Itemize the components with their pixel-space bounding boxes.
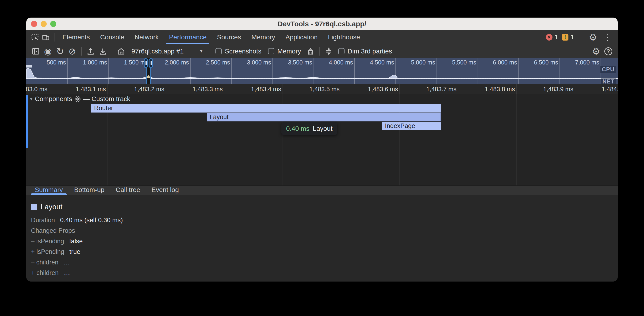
divider xyxy=(320,47,320,55)
capture-settings-gear-icon[interactable]: ⚙ xyxy=(591,46,602,57)
ruler-gridline xyxy=(166,84,166,94)
dim-3rd-parties-checkbox[interactable] xyxy=(338,48,344,54)
upload-profile-icon[interactable] xyxy=(85,46,96,57)
toggle-sidebar-icon[interactable] xyxy=(30,46,41,57)
details-tab[interactable]: Summary xyxy=(29,185,68,195)
panel-tab[interactable]: Performance xyxy=(164,30,212,44)
summary-title-row: Layout xyxy=(31,203,618,211)
traffic-lights xyxy=(31,21,56,27)
summary-row-label: – children xyxy=(31,259,58,266)
issue-count: 1 xyxy=(570,33,574,41)
screenshots-checkbox[interactable] xyxy=(216,48,222,54)
panel-tab[interactable]: Sources xyxy=(212,30,246,44)
ruler-gridline xyxy=(575,84,575,94)
flame-bar[interactable]: Router xyxy=(91,104,441,112)
ruler-tick-label: 1,483.1 ms xyxy=(50,84,106,94)
timeline-overview[interactable]: 500 ms1,000 ms1,500 ms2,000 ms2,500 ms3,… xyxy=(26,58,618,84)
zoom-window-button[interactable] xyxy=(50,21,56,27)
issues-badge[interactable]: ! 1 xyxy=(562,33,574,41)
divider xyxy=(112,47,112,55)
target-page-label: 97r6ql.csb.app #1 xyxy=(132,48,184,55)
summary-row-value: … xyxy=(64,259,70,266)
details-tab[interactable]: Call tree xyxy=(110,185,146,195)
inspect-element-icon[interactable] xyxy=(30,32,40,43)
flame-chart[interactable]: ▾ Components — Custom track RouterLayout… xyxy=(26,94,618,185)
panel-tab[interactable]: Memory xyxy=(246,30,280,44)
flame-bar[interactable]: IndexPage xyxy=(382,122,441,130)
tab-strip: Elements Console Network Performance Sou… xyxy=(57,30,365,44)
collect-garbage-icon[interactable] xyxy=(305,46,316,57)
react-atom-icon xyxy=(74,96,81,102)
selection-right-handle[interactable] xyxy=(148,58,153,68)
target-page-select[interactable]: 97r6ql.csb.app #1 ▼ xyxy=(128,48,206,55)
panel-tab[interactable]: Console xyxy=(95,30,130,44)
ruler-gridline xyxy=(400,84,400,94)
divider xyxy=(54,33,54,41)
flame-tooltip: 0.40 ms Layout xyxy=(282,122,337,135)
ruler-gridline xyxy=(107,84,108,94)
download-profile-icon[interactable] xyxy=(98,46,108,57)
error-icon: × xyxy=(546,34,552,40)
more-options-kebab-icon[interactable]: ⋮ xyxy=(602,32,613,43)
collapse-sections-icon[interactable] xyxy=(324,46,334,57)
net-lane-divider xyxy=(26,78,618,79)
summary-row-label: + children xyxy=(31,269,59,277)
ruler-tick-label: 1,483.4 ms xyxy=(225,84,281,94)
title-bar: DevTools - 97r6ql.csb.app/ xyxy=(26,17,618,30)
close-window-button[interactable] xyxy=(31,21,37,27)
help-icon[interactable]: ? xyxy=(603,46,614,57)
ruler-gridline xyxy=(49,84,49,94)
toggle-device-toolbar-icon[interactable] xyxy=(40,32,51,43)
selection-left-line xyxy=(146,65,147,84)
details-tab-bar: Summary Bottom-up Call tree Event log xyxy=(26,185,618,195)
summary-row-label: – isPending xyxy=(31,238,64,245)
ruler-gridline xyxy=(282,84,283,94)
dim-3rd-parties-checkbox-item[interactable]: Dim 3rd parties xyxy=(338,48,392,55)
flame-bar[interactable]: Layout xyxy=(207,113,441,121)
summary-row: Changed Props xyxy=(31,226,618,236)
summary-row: + isPending true xyxy=(31,247,618,257)
summary-row: Duration 0.40 ms (self 0.30 ms) xyxy=(31,215,618,226)
ruler-tick-label: 1,483.7 ms xyxy=(400,84,456,94)
memory-checkbox[interactable] xyxy=(268,48,274,54)
components-track-header[interactable]: ▾ Components — Custom track xyxy=(30,94,130,103)
panel-tab[interactable]: Elements xyxy=(57,30,95,44)
home-icon[interactable] xyxy=(116,46,126,57)
details-tab[interactable]: Bottom-up xyxy=(68,185,110,195)
reload-and-record-icon[interactable]: ↻ xyxy=(55,46,66,57)
record-icon[interactable]: ◉ xyxy=(42,46,53,57)
ruler-tick-label: 1,483.3 ms xyxy=(166,84,223,94)
ruler-tick-label: 1,483.0 ms xyxy=(26,84,48,94)
selection-window[interactable] xyxy=(144,58,153,84)
panel-tab[interactable]: Lighthouse xyxy=(323,30,365,44)
divider xyxy=(209,47,209,55)
summary-row: – children … xyxy=(31,257,618,268)
track-suffix: — Custom track xyxy=(83,95,130,103)
settings-gear-icon[interactable]: ⚙ xyxy=(588,32,598,43)
cpu-activity-chart xyxy=(26,58,618,84)
selection-left-handle[interactable] xyxy=(144,58,148,68)
clear-icon[interactable]: ⊘ xyxy=(67,46,78,57)
summary-row-value: 0.40 ms (self 0.30 ms) xyxy=(60,217,123,224)
panel-tab[interactable]: Application xyxy=(280,30,323,44)
details-tab[interactable]: Event log xyxy=(146,185,184,195)
selected-track-accent xyxy=(26,95,28,148)
summary-row: + children … xyxy=(31,268,618,278)
minimize-window-button[interactable] xyxy=(40,21,47,27)
collapse-triangle-icon[interactable]: ▾ xyxy=(30,96,32,102)
summary-row-label: Changed Props xyxy=(31,227,75,234)
flame-gridline xyxy=(49,94,49,185)
chevron-down-icon: ▼ xyxy=(199,49,203,54)
summary-row-label: Duration xyxy=(31,217,55,224)
summary-row-value: false xyxy=(69,238,82,245)
divider xyxy=(587,47,587,55)
ruler-gridline xyxy=(341,84,341,94)
summary-row: – isPending false xyxy=(31,236,618,247)
screenshots-checkbox-item[interactable]: Screenshots xyxy=(216,48,262,55)
panel-tab[interactable]: Network xyxy=(129,30,164,44)
memory-checkbox-item[interactable]: Memory xyxy=(268,48,301,55)
summary-rows: Duration 0.40 ms (self 0.30 ms) Changed … xyxy=(31,215,618,278)
error-badge[interactable]: × 1 xyxy=(546,33,558,41)
tooltip-label: Layout xyxy=(313,125,332,132)
summary-row-value: true xyxy=(70,248,80,256)
